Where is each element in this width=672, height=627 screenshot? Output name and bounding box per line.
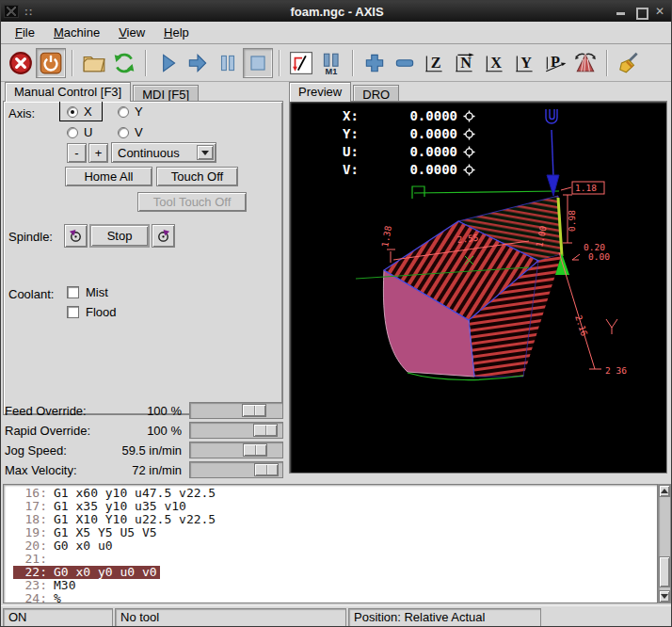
rotate-cone-icon xyxy=(573,51,598,75)
spindle-stop-button[interactable]: Stop xyxy=(89,224,150,248)
maximize-button[interactable] xyxy=(635,7,646,17)
skip-lines-icon xyxy=(289,51,313,75)
jog-speed-slider[interactable] xyxy=(189,442,283,458)
view-y-button[interactable]: Y xyxy=(510,48,540,78)
pause-button[interactable] xyxy=(213,48,243,78)
gcode-line[interactable]: 24:% xyxy=(13,592,61,603)
gcode-line[interactable]: 17:G1 x35 y10 u35 v10 xyxy=(13,500,186,513)
window-title: foam.ngc - AXIS xyxy=(1,5,672,19)
max-velocity-slider[interactable] xyxy=(189,461,283,478)
svg-text:1.18: 1.18 xyxy=(575,183,597,193)
jog-increment-combobox[interactable]: Continuous xyxy=(111,142,216,163)
view-perspective-icon: P xyxy=(543,51,568,75)
view-z-button[interactable]: Z xyxy=(420,48,450,78)
gcode-textbox[interactable]: 16:G1 x60 y10 u47.5 v22.5 17:G1 x35 y10 … xyxy=(3,484,658,603)
axis-radio-y[interactable]: Y xyxy=(118,104,143,119)
open-file-button[interactable] xyxy=(79,48,109,78)
dro-row-y: Y: 0.0000 xyxy=(343,125,475,143)
svg-text:M1: M1 xyxy=(326,66,338,74)
close-button[interactable]: ✕ xyxy=(655,7,665,17)
statusbar: ON No tool Position: Relative Actual xyxy=(1,605,672,627)
dro-row-x: X: 0.0000 xyxy=(343,107,475,125)
run-icon xyxy=(155,51,180,75)
feed-override-label: Feed Override: xyxy=(5,404,87,418)
svg-text:Z: Z xyxy=(431,55,441,72)
gcode-line[interactable]: 18:G1 X10 Y10 u22.5 v22.5 xyxy=(13,513,216,526)
scroll-down-arrow[interactable] xyxy=(659,590,670,603)
reload-button[interactable] xyxy=(109,48,139,78)
tab-mdi[interactable]: MDI [F5] xyxy=(133,85,199,102)
view-perspective-button[interactable]: P xyxy=(540,48,570,78)
machine-power-button[interactable] xyxy=(36,48,66,78)
homed-icon xyxy=(463,146,475,158)
axis-radio-x[interactable]: X xyxy=(67,104,92,119)
estop-icon xyxy=(8,51,33,75)
reload-icon xyxy=(112,51,136,75)
titlebar[interactable]: :: foam.ngc - AXIS ✕ xyxy=(1,1,672,22)
svg-text:1.38: 1.38 xyxy=(379,225,393,249)
slider-handle[interactable] xyxy=(242,404,266,417)
optional-pause-button[interactable]: M1 xyxy=(316,48,346,78)
feed-override-slider[interactable] xyxy=(189,402,283,419)
home-all-button[interactable]: Home All xyxy=(65,167,152,186)
skip-lines-button[interactable] xyxy=(286,48,316,78)
checkbox-indicator xyxy=(67,286,79,298)
run-button[interactable] xyxy=(152,48,183,78)
rotate-view-button[interactable] xyxy=(570,48,600,78)
tab-manual-control[interactable]: Manual Control [F3] xyxy=(5,82,131,102)
view-z-rotated-button[interactable]: N xyxy=(450,48,480,78)
minimize-button[interactable] xyxy=(616,7,626,17)
clear-plot-button[interactable] xyxy=(614,48,644,78)
view-x-button[interactable]: X xyxy=(480,48,510,78)
zoom-in-button[interactable] xyxy=(360,48,390,78)
flood-checkbox[interactable]: Flood xyxy=(67,305,117,319)
axis-label: Axis: xyxy=(8,106,35,121)
menu-machine[interactable]: Machine xyxy=(45,24,108,41)
scroll-up-arrow[interactable] xyxy=(659,485,670,497)
stop-icon xyxy=(246,51,270,75)
spindle-cw-button[interactable] xyxy=(152,224,175,248)
tab-preview[interactable]: Preview xyxy=(289,82,351,102)
spindle-label: Spindle: xyxy=(8,230,53,244)
axis-radio-v[interactable]: V xyxy=(118,125,143,139)
menu-view[interactable]: View xyxy=(110,24,153,41)
tab-dro[interactable]: DRO xyxy=(353,85,399,102)
scrollbar-thumb[interactable] xyxy=(659,556,670,587)
gcode-line[interactable]: 20:G0 x0 u0 xyxy=(13,539,113,553)
estop-button[interactable] xyxy=(6,48,36,78)
menu-help[interactable]: Help xyxy=(155,24,198,41)
gcode-line-active[interactable]: 22:G0 x0 y0 u0 v0 xyxy=(13,566,160,579)
slider-handle[interactable] xyxy=(254,463,279,476)
toolbar-separator xyxy=(606,50,608,76)
svg-text:Y: Y xyxy=(520,55,532,72)
preview-canvas[interactable]: 1.18 0.98 0.20 0.00 2.16 2 36 1.38 2.55 … xyxy=(289,101,667,474)
dro-row-v: V: 0.0000 xyxy=(343,161,475,179)
toolbar-separator xyxy=(145,50,147,76)
spindle-cw-icon xyxy=(155,228,171,244)
touch-off-button[interactable]: Touch Off xyxy=(156,167,238,186)
zoom-out-button[interactable] xyxy=(390,48,420,78)
gcode-line[interactable]: 21: xyxy=(13,553,54,566)
radio-indicator xyxy=(67,106,78,118)
svg-text:0.98: 0.98 xyxy=(567,210,577,232)
view-z-icon: Z xyxy=(423,51,447,75)
position-mode-cell: Position: Relative Actual xyxy=(348,608,541,627)
jog-minus-button[interactable]: - xyxy=(67,143,87,163)
gcode-line[interactable]: 23:M30 xyxy=(13,579,75,592)
gcode-line[interactable]: 16:G1 x60 y10 u47.5 v22.5 xyxy=(13,487,216,500)
coolant-label: Coolant: xyxy=(8,287,54,301)
gcode-scrollbar[interactable] xyxy=(658,484,671,603)
spindle-ccw-button[interactable] xyxy=(64,224,88,248)
step-button[interactable] xyxy=(183,48,213,78)
slider-handle[interactable] xyxy=(243,443,267,457)
gcode-line[interactable]: 19:G1 X5 Y5 U5 V5 xyxy=(13,526,157,539)
jog-plus-button[interactable]: + xyxy=(88,143,108,163)
axis-radio-u[interactable]: U xyxy=(67,125,92,139)
stop-button[interactable] xyxy=(243,48,273,78)
radio-indicator xyxy=(118,106,129,118)
menu-file[interactable]: File xyxy=(7,24,43,41)
slider-handle[interactable] xyxy=(253,424,278,437)
rapid-override-slider[interactable] xyxy=(189,422,283,439)
mist-checkbox[interactable]: Mist xyxy=(67,285,108,299)
svg-text:0.00: 0.00 xyxy=(588,251,610,262)
